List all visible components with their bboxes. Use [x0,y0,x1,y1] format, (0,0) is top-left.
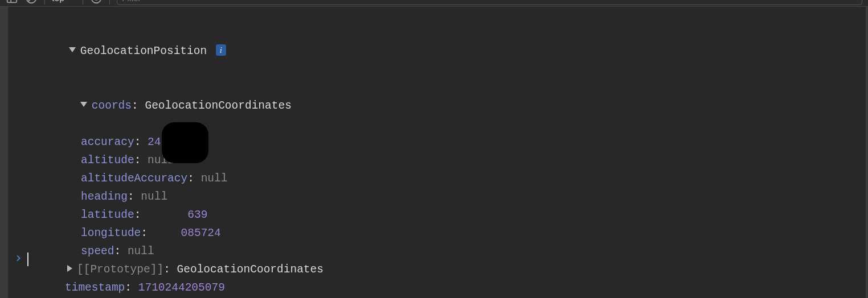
property-key: longitude [81,227,141,239]
property-row-coords-prototype[interactable]: [[Prototype]]: GeolocationCoordinates [8,260,866,279]
property-key: speed [81,245,114,258]
property-key: altitude [81,154,134,167]
property-row-heading[interactable]: heading: null [8,188,866,206]
expand-toggle-icon[interactable] [80,102,87,107]
expand-toggle-icon[interactable] [69,47,76,52]
colon: : [134,136,148,148]
redaction-overlay [162,122,208,163]
property-key: heading [81,191,128,203]
filter-input[interactable] [117,0,862,5]
property-value-typename: GeolocationCoordinates [145,100,291,112]
property-key: [[Prototype]] [77,263,163,276]
colon: : [132,100,145,112]
chevron-down-icon[interactable] [68,0,76,5]
svg-point-5 [92,0,101,3]
context-selector[interactable]: top [52,0,64,3]
property-row-altitude-accuracy[interactable]: altitudeAccuracy: null [8,169,866,188]
toolbar-separator [83,0,83,5]
property-value: 1710244205079 [138,282,225,294]
live-expression-icon[interactable] [90,0,103,5]
colon: : [141,227,181,239]
svg-line-3 [28,0,35,1]
property-row-altitude[interactable]: altitude: null [8,151,866,169]
console-prompt[interactable] [14,253,28,266]
object-root-row[interactable]: GeolocationPosition i [8,24,866,78]
colon: : [114,245,128,258]
property-value: null [201,172,228,185]
chevron-right-icon [14,254,23,266]
property-value-typename: GeolocationCoordinates [177,263,324,276]
colon: : [134,154,148,167]
property-key: altitudeAccuracy [81,172,187,185]
object-typename: GeolocationPosition [80,45,207,57]
property-value: null [128,245,154,258]
clear-console-icon[interactable] [25,0,38,5]
colon: : [163,263,177,276]
property-row-timestamp[interactable]: timestamp: 1710244205079 [8,279,866,297]
toolbar-separator [109,0,110,5]
property-value-partial: 639 [187,209,207,221]
console-output: GeolocationPosition i coords: Geolocatio… [8,7,867,298]
expand-toggle-icon[interactable] [67,265,72,272]
colon: : [128,191,141,203]
property-row-accuracy[interactable]: accuracy: 24.069 [8,133,866,151]
property-row-speed[interactable]: speed: null [8,242,866,260]
colon: : [134,209,188,221]
console-toolbar: top [0,0,868,7]
svg-rect-0 [7,0,17,2]
property-row-longitude[interactable]: longitude: 085724 [8,224,866,242]
colon: : [125,282,138,294]
property-row-latitude[interactable]: latitude: 639 [8,206,866,224]
toolbar-separator [44,0,45,5]
property-key: latitude [81,209,134,221]
info-icon[interactable]: i [216,44,226,56]
toggle-sidebar-icon[interactable] [6,0,18,5]
property-value: null [141,191,167,203]
property-key: timestamp [65,282,125,294]
property-row-coords[interactable]: coords: GeolocationCoordinates [8,78,866,133]
text-caret [27,253,28,266]
colon: : [187,172,200,185]
property-value-partial: 085724 [181,227,221,239]
property-key: accuracy [81,136,134,148]
svg-point-2 [27,0,36,3]
property-key: coords [92,100,132,112]
